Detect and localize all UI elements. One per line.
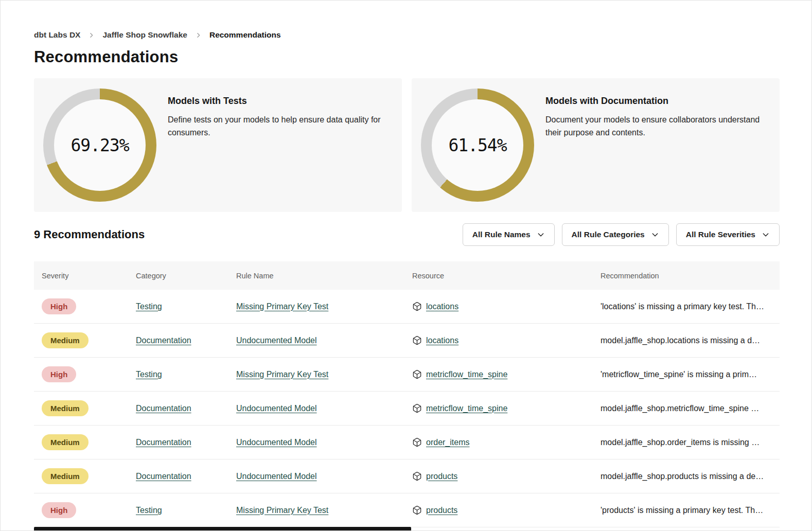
category-link[interactable]: Documentation [136,472,191,481]
header-cell-severity: Severity [42,272,136,280]
header-cell-resource: Resource [412,272,601,280]
category-link[interactable]: Documentation [136,336,191,345]
tests-donut-chart: 69.23% [43,88,156,202]
rule-severities-filter[interactable]: All Rule Severities [676,223,780,246]
recommendation-text: 'metricflow_time_spine' is missing a pri… [601,370,780,379]
recommendations-count: 9 Recommendations [34,228,145,241]
recommendations-page: dbt Labs DX Jaffle Shop Snowflake Recomm… [0,0,812,531]
list-toolbar: 9 Recommendations All Rule Names All Rul… [34,223,780,246]
resource-link[interactable]: locations [426,336,458,345]
recommendation-text: model.jaffle_shop.metricflow_time_spine … [601,404,780,413]
severity-badge: Medium [42,400,89,416]
card-description: Document your models to ensure collabora… [545,114,764,139]
package-icon [412,471,422,481]
filter-label: All Rule Names [472,230,531,239]
table-row: Medium Documentation Undocumented Model … [34,459,780,493]
filters: All Rule Names All Rule Categories All R… [463,223,780,246]
breadcrumb-item-current: Recommendations [209,30,281,40]
rule-names-filter[interactable]: All Rule Names [463,223,555,246]
breadcrumb: dbt Labs DX Jaffle Shop Snowflake Recomm… [34,1,780,40]
table-row: Medium Documentation Undocumented Model … [34,324,780,358]
category-link[interactable]: Testing [136,370,162,379]
page-title: Recommendations [34,48,780,66]
card-description: Define tests on your models to help ensu… [168,114,386,139]
resource-link[interactable]: metricflow_time_spine [426,404,507,413]
severity-badge: Medium [42,468,89,484]
category-link[interactable]: Documentation [136,438,191,447]
recommendation-text: 'products' is missing a primary key test… [601,506,780,515]
chevron-down-icon [537,231,545,239]
breadcrumb-item-account[interactable]: dbt Labs DX [34,30,80,40]
category-link[interactable]: Testing [136,506,162,515]
recommendation-text: model.jaffle_shop.order_items is missing… [601,438,780,447]
chevron-right-icon [195,32,202,39]
rule-categories-filter[interactable]: All Rule Categories [562,223,669,246]
recommendations-table: Severity Category Rule Name Resource Rec… [34,261,780,527]
recommendation-text: model.jaffle_shop.products is missing a … [601,472,780,481]
package-icon [412,505,422,515]
rule-name-link[interactable]: Undocumented Model [236,472,317,481]
recommendation-text: 'locations' is missing a primary key tes… [601,302,780,311]
header-cell-rule-name: Rule Name [236,272,412,280]
table-row: Medium Documentation Undocumented Model … [34,426,780,459]
table-header: Severity Category Rule Name Resource Rec… [34,261,780,290]
tests-percentage: 69.23% [70,135,129,155]
resource-link[interactable]: products [426,472,457,481]
resource-link[interactable]: products [426,506,457,515]
breadcrumb-item-project[interactable]: Jaffle Shop Snowflake [102,30,187,40]
package-icon [412,369,422,379]
card-title: Models with Tests [168,96,386,107]
table-row: Medium Documentation Undocumented Model … [34,392,780,426]
chevron-down-icon [762,231,770,239]
filter-label: All Rule Categories [572,230,645,239]
rule-name-link[interactable]: Missing Primary Key Test [236,506,328,515]
category-link[interactable]: Documentation [136,404,191,413]
chevron-down-icon [651,231,659,239]
models-with-documentation-card: 61.54% Models with Documentation Documen… [412,78,780,212]
severity-badge: Medium [42,332,89,348]
stat-cards: 69.23% Models with Tests Define tests on… [34,78,780,212]
donut-hole: 69.23% [54,99,146,191]
donut-hole: 61.54% [432,99,523,191]
card-title: Models with Documentation [545,96,764,107]
severity-badge: Medium [42,434,89,450]
resource-link[interactable]: order_items [426,438,469,447]
table-body: High Testing Missing Primary Key Test lo… [34,290,780,527]
severity-badge: High [42,502,76,518]
severity-badge: High [42,366,76,382]
table-row: High Testing Missing Primary Key Test me… [34,358,780,392]
filter-label: All Rule Severities [686,230,755,239]
rule-name-link[interactable]: Undocumented Model [236,404,317,413]
rule-name-link[interactable]: Undocumented Model [236,336,317,345]
category-link[interactable]: Testing [136,302,162,311]
documentation-donut-chart: 61.54% [421,88,534,202]
header-cell-category: Category [136,272,236,280]
partially-visible-element [34,527,411,530]
rule-name-link[interactable]: Missing Primary Key Test [236,302,328,311]
rule-name-link[interactable]: Undocumented Model [236,438,317,447]
documentation-percentage: 61.54% [448,135,506,155]
package-icon [412,335,422,345]
chevron-right-icon [88,32,95,39]
table-row: High Testing Missing Primary Key Test pr… [34,493,780,527]
package-icon [412,403,422,413]
package-icon [412,302,422,311]
package-icon [412,437,422,447]
recommendation-text: model.jaffle_shop.locations is missing a… [601,336,780,345]
rule-name-link[interactable]: Missing Primary Key Test [236,370,328,379]
table-row: High Testing Missing Primary Key Test lo… [34,290,780,324]
resource-link[interactable]: metricflow_time_spine [426,370,507,379]
severity-badge: High [42,298,76,314]
header-cell-recommendation: Recommendation [601,272,780,280]
models-with-tests-card: 69.23% Models with Tests Define tests on… [34,78,402,212]
resource-link[interactable]: locations [426,302,458,311]
